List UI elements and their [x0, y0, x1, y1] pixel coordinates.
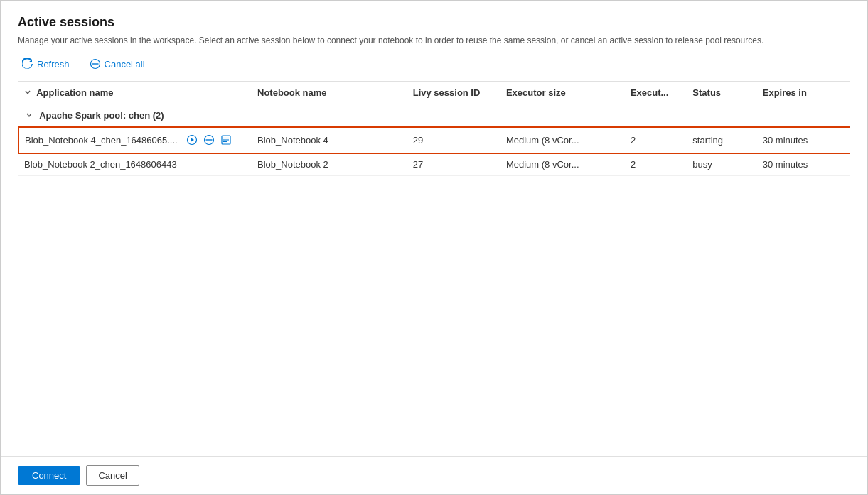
cancel-all-icon — [90, 58, 101, 70]
cancel-all-label: Cancel all — [105, 59, 145, 70]
sessions-table: Application name Notebook name Livy sess… — [18, 82, 850, 176]
cell-expires-in: 30 minutes — [757, 153, 850, 176]
cell-notebook-name: Blob_Notebook 2 — [252, 153, 407, 176]
cell-app-name: Blob_Notebook 2_chen_1648606443 — [18, 153, 252, 176]
page-description: Manage your active sessions in the works… — [18, 34, 850, 47]
cell-livy-session-id: 29 — [407, 127, 500, 153]
refresh-label: Refresh — [37, 59, 70, 70]
status-badge: busy — [692, 159, 712, 170]
cancel-button[interactable]: Cancel — [86, 465, 139, 486]
toolbar: Refresh Cancel all — [18, 55, 850, 72]
connect-button[interactable]: Connect — [18, 466, 80, 485]
col-header-executor-count: Execut... — [625, 82, 687, 104]
app-name-text: Blob_Notebook 4_chen_16486065.... — [25, 135, 178, 146]
connect-session-icon[interactable] — [185, 133, 199, 147]
group-header-cell: Apache Spark pool: chen (2) — [18, 104, 850, 127]
status-badge: starting — [692, 135, 723, 146]
col-header-app-name: Application name — [18, 82, 252, 104]
cell-executor-count: 2 — [625, 153, 687, 176]
cell-app-name: Blob_Notebook 4_chen_16486065.... — [18, 127, 252, 153]
refresh-icon — [22, 58, 33, 70]
cell-notebook-name: Blob_Notebook 4 — [252, 127, 407, 153]
col-header-expires-in: Expires in — [757, 82, 850, 104]
row-actions — [185, 133, 233, 147]
col-header-notebook-name: Notebook name — [252, 82, 407, 104]
refresh-button[interactable]: Refresh — [18, 55, 74, 72]
col-header-livy-session-id: Livy session ID — [407, 82, 500, 104]
footer: Connect Cancel — [1, 456, 867, 494]
cell-executor-count: 2 — [625, 127, 687, 153]
table-header-row: Application name Notebook name Livy sess… — [18, 82, 850, 104]
page-title: Active sessions — [18, 15, 850, 30]
table-row[interactable]: Blob_Notebook 4_chen_16486065.... — [18, 127, 850, 153]
table-row[interactable]: Blob_Notebook 2_chen_1648606443 Blob_Not… — [18, 153, 850, 176]
cell-status: busy — [687, 153, 756, 176]
cell-executor-size: Medium (8 vCor... — [500, 127, 625, 153]
cell-executor-size: Medium (8 vCor... — [500, 153, 625, 176]
cell-expires-in: 30 minutes — [757, 127, 850, 153]
sessions-table-wrapper: Application name Notebook name Livy sess… — [18, 82, 850, 456]
app-name-text: Blob_Notebook 2_chen_1648606443 — [24, 159, 177, 170]
col-expand-icon[interactable] — [24, 89, 31, 96]
group-header-row: Apache Spark pool: chen (2) — [18, 104, 850, 127]
col-header-status: Status — [687, 82, 756, 104]
col-header-executor-size: Executor size — [500, 82, 625, 104]
group-chevron-icon[interactable] — [24, 110, 34, 120]
cancel-session-icon[interactable] — [202, 133, 216, 147]
cancel-all-button[interactable]: Cancel all — [85, 55, 149, 72]
view-logs-icon[interactable] — [219, 133, 233, 147]
cell-status: starting — [687, 127, 756, 153]
cell-livy-session-id: 27 — [407, 153, 500, 176]
